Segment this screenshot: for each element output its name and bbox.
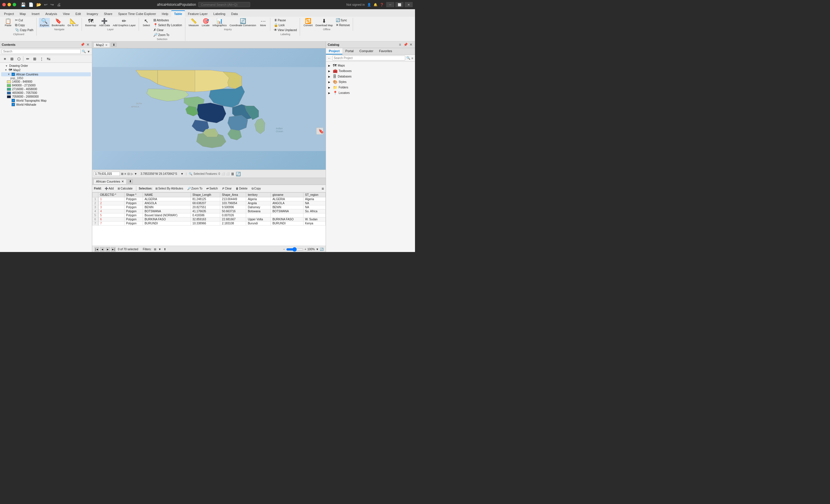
calculate-button[interactable]: ⊞ Calculate bbox=[117, 187, 134, 190]
add-field-button[interactable]: ➕ Add bbox=[103, 187, 115, 190]
map-tools-icon-4[interactable]: ▷ bbox=[131, 172, 133, 175]
tab-project[interactable]: Project bbox=[1, 11, 17, 17]
table-row[interactable]: 3 3 Polygon BENIN 20.827551 9.500996 Dah… bbox=[93, 205, 326, 209]
copy-path-button[interactable]: 📎Copy Path bbox=[14, 28, 35, 32]
zoom-slider[interactable] bbox=[286, 247, 304, 252]
minimize-button[interactable]: ─ bbox=[386, 2, 394, 7]
tab-data[interactable]: Data bbox=[228, 11, 241, 17]
search-icon[interactable]: 🔍 bbox=[82, 49, 86, 53]
zoom-dropdown[interactable]: ▼ bbox=[316, 248, 319, 251]
table-row[interactable]: 1 1 Polygon ALGERIA 81.248125 213.004449… bbox=[93, 197, 326, 201]
filter-icon[interactable]: ⊞ bbox=[154, 248, 156, 251]
tab-feature-layer[interactable]: Feature Layer bbox=[185, 11, 211, 17]
world-topo-item[interactable]: ✓ World Topographic Map bbox=[1, 99, 91, 103]
refresh-button[interactable]: 🔄 bbox=[236, 172, 241, 176]
col-st-region[interactable]: ST_region bbox=[303, 193, 326, 197]
redo-icon[interactable]: ↪ bbox=[51, 2, 54, 7]
help-icon[interactable]: ❓ bbox=[380, 3, 384, 7]
table-row[interactable]: 2 2 Polygon ANGOLA 68.638207 103.796054 … bbox=[93, 201, 326, 205]
col-name[interactable]: NAME bbox=[143, 193, 191, 197]
african-countries-item[interactable]: ▼ ✓ African Countries bbox=[1, 72, 91, 76]
contents-close-button[interactable]: ✕ bbox=[86, 42, 90, 47]
tab-space-time[interactable]: Space Time Cube Explorer bbox=[115, 11, 159, 17]
tab-insert[interactable]: Insert bbox=[29, 11, 43, 17]
contents-add-button[interactable]: ⊞ bbox=[31, 56, 38, 62]
contents-dots-button[interactable]: ⋮ bbox=[38, 56, 45, 62]
tab-view[interactable]: View bbox=[60, 11, 73, 17]
new-icon[interactable]: 📄 bbox=[29, 2, 33, 7]
infographics-button[interactable]: 📊 Infographics bbox=[212, 18, 228, 27]
user-icon[interactable]: 👤 bbox=[367, 3, 371, 7]
table-menu-icon[interactable]: ≡ bbox=[322, 186, 324, 191]
pause-button[interactable]: ⏸Pause bbox=[273, 18, 298, 23]
map-tools-icon-5[interactable]: ▼ bbox=[134, 172, 137, 175]
catalog-item-maps[interactable]: ▶ 🗺 Maps bbox=[327, 63, 414, 68]
table-collapse-button[interactable]: ⬇ bbox=[128, 179, 133, 183]
map2-tab-close[interactable]: ✕ bbox=[105, 43, 107, 47]
table-copy-button[interactable]: ⧉ Copy bbox=[250, 187, 262, 191]
zoom-to-button[interactable]: 🔎 Zoom To bbox=[152, 33, 183, 37]
save-icon[interactable]: 💾 bbox=[21, 2, 26, 7]
catalog-pin-button[interactable]: 📌 bbox=[403, 42, 408, 47]
catalog-tab-portal[interactable]: Portal bbox=[342, 48, 356, 55]
table-zoom-to-button[interactable]: 🔎 Zoom To bbox=[186, 187, 204, 190]
catalog-item-locators[interactable]: ▶ 📍 Locators bbox=[327, 90, 414, 96]
table-container[interactable]: OBJECTID * Shape * NAME Shape_Length Sha… bbox=[92, 192, 326, 246]
tab-table[interactable]: Table bbox=[171, 10, 185, 17]
bookmarks-button[interactable]: 🔖 Bookmarks bbox=[51, 18, 66, 27]
table-row[interactable]: 5 5 Polygon Bouvet Island (NORWAY) 0.416… bbox=[93, 213, 326, 217]
select-by-location-button[interactable]: 📍 Select By Location bbox=[152, 23, 183, 27]
select-button[interactable]: ↖ Select bbox=[141, 18, 152, 27]
world-topo-checkbox[interactable]: ✓ bbox=[11, 99, 15, 102]
catalog-item-toolboxes[interactable]: ▶ 🧰 Toolboxes bbox=[327, 68, 414, 74]
maximize-traffic-light[interactable] bbox=[13, 3, 16, 6]
expand-styles-icon[interactable]: ▶ bbox=[328, 81, 332, 83]
catalog-item-folders[interactable]: ▶ 📁 Folders bbox=[327, 85, 414, 90]
lock-button[interactable]: 🔒Lock bbox=[273, 23, 298, 27]
filter-dropdown-icon[interactable]: ▼ bbox=[159, 248, 161, 251]
catalog-tab-favorites[interactable]: Favorites bbox=[376, 48, 395, 55]
tab-edit[interactable]: Edit bbox=[73, 11, 84, 17]
world-hillshade-checkbox[interactable]: ✓ bbox=[11, 103, 15, 106]
contents-edit-button[interactable]: ✏ bbox=[25, 56, 31, 62]
copy-button[interactable]: ⧉Copy bbox=[14, 23, 35, 27]
filter-add-icon[interactable]: ⬆ bbox=[164, 248, 166, 251]
catalog-close-button[interactable]: ✕ bbox=[409, 42, 413, 47]
col-objectid[interactable]: OBJECTID * bbox=[98, 193, 125, 197]
map-tools-icon-1[interactable]: ⊞ bbox=[121, 172, 123, 175]
tab-imagery[interactable]: Imagery bbox=[84, 11, 101, 17]
locate-button[interactable]: 🎯 Locate bbox=[200, 18, 211, 27]
table-refresh-icon[interactable]: 🔄 bbox=[320, 248, 323, 251]
zoom-in-icon[interactable]: + bbox=[305, 248, 306, 251]
first-page-button[interactable]: |◄ bbox=[95, 247, 99, 252]
sync-button[interactable]: 🔄Sync bbox=[334, 18, 351, 23]
map-tools-icon-3[interactable]: ⊡ bbox=[127, 172, 130, 175]
collapse-map-button[interactable]: ⬇ bbox=[111, 43, 117, 47]
expand-folders-icon[interactable]: ▶ bbox=[328, 86, 332, 89]
table-row[interactable]: 6 6 Polygon BURKINA FASO 32.859163 22.68… bbox=[93, 217, 326, 222]
last-page-button[interactable]: ►| bbox=[111, 247, 116, 252]
add-graphics-button[interactable]: ✏ Add Graphics Layer bbox=[111, 18, 137, 27]
catalog-menu-button[interactable]: ≡ bbox=[398, 42, 402, 47]
remove-button[interactable]: ✕Remove bbox=[334, 23, 351, 27]
close-traffic-light[interactable] bbox=[2, 3, 6, 6]
tab-analysis[interactable]: Analysis bbox=[42, 11, 60, 17]
african-countries-tab-close[interactable]: ✕ bbox=[121, 180, 124, 183]
african-countries-table-tab[interactable]: African Countries ✕ bbox=[93, 179, 127, 184]
expand-toolboxes-icon[interactable]: ▶ bbox=[328, 70, 332, 73]
contents-arrow-button[interactable]: ⭾ bbox=[45, 56, 52, 62]
african-countries-checkbox[interactable]: ✓ bbox=[11, 73, 15, 76]
feature-display-toggle-2[interactable]: ⬜ bbox=[226, 172, 229, 175]
measure-button[interactable]: 📏 Measure bbox=[188, 18, 200, 27]
filter-icon[interactable]: ▼ bbox=[87, 50, 90, 53]
contents-filter-button[interactable]: ⬡ bbox=[15, 56, 22, 62]
print-icon[interactable]: 🖨 bbox=[57, 2, 61, 7]
map-canvas[interactable]: Indian Ocean OUTH AFRICA 🔖 bbox=[92, 48, 326, 170]
table-switch-button[interactable]: ⇄ Switch bbox=[205, 187, 219, 190]
expand-maps-icon[interactable]: ▶ bbox=[328, 64, 332, 67]
map2-expand-icon[interactable]: ▼ bbox=[5, 69, 7, 71]
clear-selection-button[interactable]: ✗ Clear bbox=[152, 28, 183, 32]
minimize-traffic-light[interactable] bbox=[7, 3, 11, 6]
col-territory[interactable]: territory bbox=[246, 193, 270, 197]
map2-item[interactable]: ▼ 🗺 Map2 bbox=[1, 68, 91, 72]
